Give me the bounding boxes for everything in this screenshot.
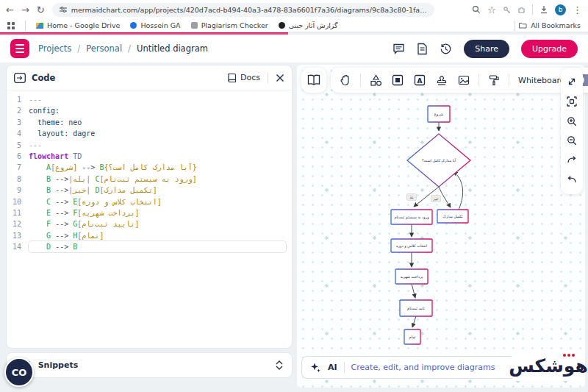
browser-chrome: ← → ↻ mermaidchart.com/app/projects/420d… — [0, 0, 588, 19]
line-number: 7 — [7, 162, 29, 173]
flow-node-label: تکمیل مدارک — [442, 214, 463, 219]
comments-icon[interactable] — [392, 43, 405, 55]
flow-node-label: تایید ثبت‌نام — [407, 306, 425, 311]
code-line[interactable]: 5--- — [7, 140, 292, 151]
extensions-icon[interactable] — [517, 6, 526, 14]
fit-view-icon[interactable] — [564, 94, 579, 109]
flow-edge-G-H[interactable] — [412, 316, 416, 327]
pan-hand-icon[interactable] — [338, 73, 353, 88]
folder-icon — [519, 22, 527, 29]
refresh-icon[interactable]: ↻ — [37, 5, 45, 15]
code-line[interactable]: 1--- — [7, 94, 292, 105]
flow-node-label: پرداخت شهریه — [401, 274, 423, 279]
line-number: 2 — [7, 105, 29, 116]
line-number: 9 — [7, 185, 29, 196]
docs-book-button[interactable] — [301, 68, 326, 93]
paint-roller-icon[interactable] — [487, 73, 501, 88]
docs-label: Docs — [240, 73, 260, 82]
flow-node-label: تمام — [409, 335, 417, 340]
code-line[interactable]: 11 E --> F[پرداخت شهریه] — [7, 207, 292, 218]
line-number: 5 — [7, 140, 29, 151]
code-line[interactable]: 13 G --> H[تمام] — [7, 230, 292, 241]
whiteboard-label: Whiteboard — [517, 76, 567, 85]
watermark-dots — [563, 354, 575, 357]
co-extension-badge[interactable]: CO — [4, 357, 34, 387]
line-number: 4 — [7, 128, 29, 139]
share-button[interactable]: Share — [464, 40, 509, 58]
code-line[interactable]: 10 C --> E[انتخاب کلاس و دوره] — [7, 196, 292, 207]
forward-icon[interactable]: → — [21, 5, 29, 15]
all-bookmarks-label[interactable]: All Bookmarks — [531, 21, 581, 29]
close-icon[interactable] — [276, 74, 284, 82]
code-editor[interactable]: 1---2config:3 theme: neo4 layout: dagre5… — [7, 90, 292, 256]
frame-icon[interactable] — [390, 73, 405, 88]
profile-avatar[interactable]: b — [555, 4, 566, 15]
docs-button[interactable]: Docs — [227, 73, 260, 83]
expand-collapse-icon[interactable] — [276, 360, 283, 370]
svg-text:A: A — [417, 77, 423, 85]
zoom-icon[interactable] — [472, 5, 481, 14]
undo-icon[interactable] — [564, 173, 579, 188]
kebab-menu-icon[interactable]: ⋮ — [573, 5, 582, 15]
zoom-in-icon[interactable] — [564, 114, 579, 129]
code-line[interactable]: 12 F --> G[تایید ثبت‌نام] — [7, 218, 292, 229]
watermark-text: هوشکس — [509, 357, 587, 375]
breadcrumb-projects[interactable]: Projects — [38, 43, 71, 54]
code-line[interactable]: 2config: — [7, 105, 292, 116]
code-line[interactable]: 14 D --> B — [7, 241, 292, 252]
ai-sparkle-icon — [310, 362, 321, 373]
line-number: 14 — [7, 241, 29, 252]
divider — [25, 21, 26, 31]
ai-label: AI — [328, 363, 337, 372]
bookmark-star-icon[interactable]: ☆ — [487, 5, 496, 15]
document-icon[interactable] — [417, 43, 428, 55]
address-bar[interactable]: mermaidchart.com/app/projects/420d7acd-b… — [52, 3, 434, 17]
code-line[interactable]: 7 A[شروع] --> B{آیا مدارک کامل است؟} — [7, 162, 292, 173]
expand-icon[interactable] — [564, 74, 579, 89]
bookmark-label: Home - Google Drive — [47, 21, 120, 29]
breadcrumb-personal[interactable]: Personal — [86, 43, 122, 54]
shapes-icon[interactable] — [368, 73, 383, 88]
bookmarks-bar: Home - Google DriveHossein GAPlagiarism … — [0, 19, 588, 32]
code-panel: Code Docs 1---2config:3 theme: neo4 layo… — [6, 65, 293, 349]
line-number: 3 — [7, 117, 29, 128]
snippets-label: Snippets — [38, 360, 79, 370]
site-info-icon[interactable] — [60, 6, 67, 13]
app-menu-button[interactable] — [10, 39, 29, 58]
password-key-icon[interactable] — [503, 6, 511, 14]
ai-prompt-text[interactable]: Create, edit, and improve diagrams — [351, 363, 495, 372]
flow-edge-D-B[interactable] — [453, 171, 463, 210]
apps-grid-icon[interactable] — [7, 22, 15, 29]
code-line[interactable]: 4 layout: dagre — [7, 128, 292, 139]
flow-edge-F-G[interactable] — [412, 284, 415, 298]
bookmark-label: Plagiarism Checker — [201, 21, 268, 29]
code-line[interactable]: 6flowchart TD — [7, 151, 292, 162]
redo-icon[interactable] — [564, 153, 579, 168]
history-icon[interactable] — [440, 43, 452, 55]
text-tool-icon[interactable]: A — [412, 73, 427, 88]
bookmark-item[interactable]: Home - Google Drive — [36, 21, 120, 29]
divider — [532, 4, 533, 15]
circle-favicon-icon — [130, 22, 137, 29]
code-panel-title: Code — [32, 73, 55, 83]
bookmark-item[interactable]: Plagiarism Checker — [191, 21, 268, 29]
code-line[interactable]: 9 B -->|خیر| D[تکمیل مدارک] — [7, 185, 292, 196]
flow-node-label: انتخاب کلاس و دوره — [396, 243, 427, 249]
snippets-panel[interactable]: [ ] Snippets — [6, 352, 293, 378]
line-number: 11 — [7, 207, 29, 218]
code-line[interactable]: 3 theme: neo — [7, 117, 292, 128]
download-icon[interactable] — [539, 5, 548, 14]
line-number: 1 — [7, 94, 29, 105]
flowchart-canvas[interactable]: بلهخیر شروعآیا مدارک کامل است؟ورود به سی… — [377, 97, 506, 354]
bookmark-item[interactable]: Hossein GA — [130, 21, 180, 29]
diagram-title[interactable]: Untitled diagram — [137, 43, 208, 54]
stamp-icon[interactable] — [434, 73, 449, 88]
image-icon[interactable] — [456, 73, 471, 88]
bookmark-item[interactable]: گزارش آثار جینی — [279, 21, 338, 29]
breadcrumb: Projects / Personal / Untitled diagram — [38, 43, 208, 54]
edge-label-text: بله — [409, 196, 413, 199]
back-icon[interactable]: ← — [6, 5, 14, 15]
zoom-out-icon[interactable] — [564, 133, 579, 148]
code-line[interactable]: 8 B -->|بله| C[ورود به سیستم ثبت‌نام] — [7, 174, 292, 185]
upgrade-button[interactable]: Upgrade — [521, 40, 578, 58]
